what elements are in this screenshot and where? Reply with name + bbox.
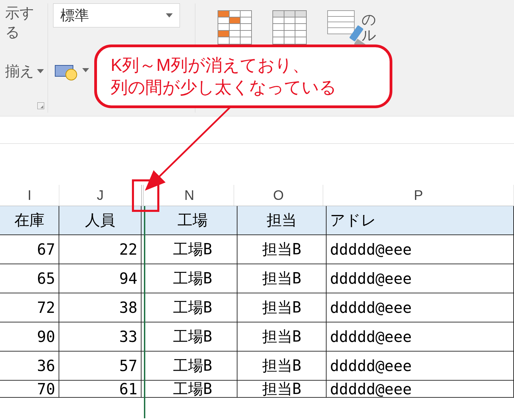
cell[interactable]: 70 — [0, 381, 59, 398]
header-cell[interactable]: アドレ — [327, 206, 514, 235]
merge-center-button[interactable]: 揃え — [5, 62, 44, 81]
table-row: 9033工場B担当Bddddd@eee — [0, 322, 514, 352]
selection-border — [144, 206, 145, 418]
table-row: 7061工場B担当Bddddd@eee — [0, 381, 514, 398]
header-cell[interactable]: 担当 — [237, 206, 327, 235]
header-cell[interactable]: 工場 — [148, 206, 237, 235]
header-cell[interactable]: 人員 — [59, 206, 142, 235]
cell[interactable]: 工場B — [148, 322, 237, 352]
table-header-row: 在庫 人員 工場 担当 アドレ — [0, 206, 514, 235]
column-headers: I J N O P — [0, 185, 514, 206]
cell[interactable]: 担当B — [237, 235, 327, 264]
cell[interactable]: 72 — [0, 293, 59, 322]
table-row: 7238工場B担当Bddddd@eee — [0, 293, 514, 322]
conditional-format-icon[interactable] — [218, 10, 252, 44]
cell[interactable]: 担当B — [237, 264, 327, 293]
cell[interactable]: 36 — [0, 352, 59, 381]
chevron-down-icon — [166, 13, 173, 17]
cell[interactable]: 担当B — [237, 322, 327, 352]
cell[interactable]: ddddd@eee — [327, 352, 514, 381]
cell[interactable]: 担当B — [237, 293, 327, 322]
table-row: 3657工場B担当Bddddd@eee — [0, 352, 514, 381]
table-row: 6594工場B担当Bddddd@eee — [0, 264, 514, 293]
cell[interactable]: ddddd@eee — [327, 322, 514, 352]
cell[interactable]: 67 — [0, 235, 59, 264]
cell[interactable]: ddddd@eee — [327, 381, 514, 398]
cell[interactable]: 22 — [59, 235, 142, 264]
cell[interactable]: 担当B — [237, 381, 327, 398]
col-header-P[interactable]: P — [323, 185, 514, 206]
cell[interactable]: 61 — [59, 381, 142, 398]
chevron-down-icon — [37, 69, 44, 73]
cell[interactable]: 38 — [59, 293, 142, 322]
number-format-combo[interactable]: 標準 — [53, 3, 180, 27]
annotation-arrow — [140, 103, 243, 199]
cell[interactable]: 工場B — [148, 352, 237, 381]
cell[interactable]: 94 — [59, 264, 142, 293]
cell[interactable]: 工場B — [148, 235, 237, 264]
col-header-I[interactable]: I — [0, 185, 59, 206]
cell[interactable]: 90 — [0, 322, 59, 352]
cell[interactable]: 工場B — [148, 293, 237, 322]
chevron-down-icon[interactable] — [82, 68, 89, 72]
cell[interactable]: 65 — [0, 264, 59, 293]
cell[interactable]: ddddd@eee — [327, 264, 514, 293]
formula-bar[interactable] — [0, 116, 514, 144]
dialog-launcher-icon[interactable] — [37, 102, 44, 109]
wrap-text-button[interactable]: 示する — [5, 3, 42, 42]
format-as-table-icon[interactable] — [272, 10, 307, 44]
cell-styles-icon[interactable] — [327, 10, 358, 44]
currency-icon[interactable] — [55, 62, 75, 79]
cell[interactable]: 工場B — [148, 381, 237, 398]
col-header-J[interactable]: J — [59, 185, 142, 206]
table-row: 6722工場B担当Bddddd@eee — [0, 235, 514, 264]
cell[interactable]: 担当B — [237, 352, 327, 381]
cell[interactable]: ddddd@eee — [327, 293, 514, 322]
col-header-O[interactable]: O — [234, 185, 323, 206]
svg-line-1 — [147, 104, 233, 188]
spreadsheet: I J N O P 在庫 人員 工場 担当 アドレ 6722工場B担当Bdddd… — [0, 144, 514, 398]
annotation-callout: K列～M列が消えており、 列の間が少し太くなっている — [94, 44, 392, 108]
cell[interactable]: ddddd@eee — [327, 235, 514, 264]
header-cell[interactable]: 在庫 — [0, 206, 59, 235]
cell[interactable]: 57 — [59, 352, 142, 381]
cell[interactable]: 工場B — [148, 264, 237, 293]
cell[interactable]: 33 — [59, 322, 142, 352]
